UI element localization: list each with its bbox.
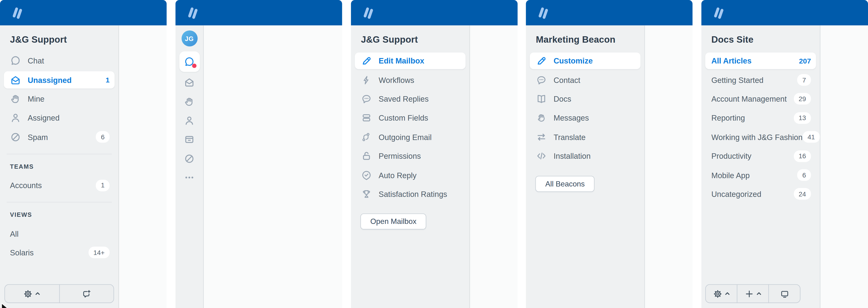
person-icon (10, 112, 21, 124)
sidebar-item-getting-started[interactable]: Getting Started 7 (701, 70, 820, 89)
app-header (0, 0, 167, 25)
sidebar-item-mine[interactable]: Mine (0, 90, 119, 108)
rail-item-more[interactable] (176, 168, 203, 187)
item-label: Account Management (711, 95, 787, 103)
sidebar-item-account-management[interactable]: Account Management 29 (701, 90, 820, 108)
chevron-up-icon (724, 291, 730, 297)
sidebar-item-custom-fields[interactable]: Custom Fields (351, 108, 470, 128)
section-divider (7, 154, 112, 154)
beacon-title: Marketing Beacon (536, 33, 634, 46)
new-conversation-icon (82, 289, 91, 299)
rail-item-spam[interactable] (176, 149, 203, 168)
sidebar-item-permissions[interactable]: Permissions (351, 146, 470, 165)
sidebar-item-docs[interactable]: Docs (526, 90, 644, 108)
gear-icon (713, 289, 722, 299)
chevron-up-icon (756, 291, 761, 297)
mailbox-title: J&G Support (361, 33, 459, 46)
sidebar-item-workflows[interactable]: Workflows (351, 70, 470, 89)
lightning-icon (361, 74, 372, 85)
item-label: Auto Reply (379, 171, 417, 179)
docs-settings-button[interactable] (706, 285, 737, 303)
avatar[interactable]: JG (181, 30, 197, 46)
sidebar-item-all[interactable]: All (0, 224, 119, 243)
sidebar-item-productivity[interactable]: Productivity 16 (701, 146, 820, 165)
sidebar-item-all-articles[interactable]: All Articles 207 (701, 52, 820, 70)
rail-item-mine[interactable] (176, 92, 203, 111)
content-area (820, 25, 868, 308)
lock-open-icon (361, 150, 372, 162)
open-mailbox-button[interactable]: Open Mailbox (361, 213, 426, 230)
item-label: Translate (554, 133, 586, 141)
hand-icon (10, 93, 21, 104)
brand-logo-icon[interactable] (9, 5, 23, 20)
view-site-button[interactable] (768, 285, 800, 303)
count-badge: 16 (794, 150, 811, 162)
sidebar-item-edit-mailbox[interactable]: Edit Mailbox (351, 52, 470, 70)
rail-item-unassigned[interactable] (176, 73, 203, 92)
rail-item-closed[interactable] (176, 130, 203, 149)
item-label: Uncategorized (711, 190, 761, 198)
item-label: Chat (28, 57, 44, 65)
app-header (176, 0, 342, 25)
item-label: Outgoing Email (379, 133, 432, 141)
rail-item-assigned[interactable] (176, 111, 203, 130)
sidebar-item-uncategorized[interactable]: Uncategorized 24 (701, 184, 820, 204)
settings-button[interactable] (5, 285, 59, 303)
sidebar-item-messages[interactable]: Messages (526, 108, 644, 128)
brand-logo-icon[interactable] (710, 5, 725, 20)
brand-logo-icon[interactable] (184, 5, 199, 20)
plus-icon (744, 289, 754, 299)
sidebar-item-contact[interactable]: Contact (526, 70, 644, 89)
sidebar-item-satisfaction-ratings[interactable]: Satisfaction Ratings (351, 184, 470, 204)
item-label: Contact (554, 76, 580, 84)
hand-icon (184, 96, 195, 107)
item-label: Accounts (10, 181, 42, 190)
rail-item-chat[interactable] (179, 52, 199, 72)
item-label: Getting Started (711, 76, 764, 84)
sidebar-item-mobile-app[interactable]: Mobile App 6 (701, 166, 820, 184)
translate-icon (536, 132, 547, 143)
sidebar-item-saved-replies[interactable]: Saved Replies (351, 90, 470, 108)
item-label: Unassigned (28, 76, 72, 84)
sidebar-item-auto-reply[interactable]: Auto Reply (351, 166, 470, 184)
sidebar-item-reporting[interactable]: Reporting 13 (701, 108, 820, 128)
item-label: Saved Replies (379, 95, 429, 103)
item-label: Messages (554, 113, 589, 122)
settings-sidebar: J&G Support Edit Mailbox Workflows Saved… (351, 25, 470, 308)
section-divider (7, 202, 112, 203)
speech-dots-icon (361, 93, 372, 104)
item-label: Productivity (711, 151, 751, 161)
folder-footer-bar (4, 284, 114, 303)
sidebar-item-assigned[interactable]: Assigned (0, 108, 119, 128)
count-badge: 41 (803, 131, 820, 143)
sidebar-item-customize[interactable]: Customize (526, 52, 644, 70)
all-beacons-button[interactable]: All Beacons (535, 176, 594, 192)
fields-icon (361, 112, 372, 124)
item-label: Custom Fields (379, 113, 428, 122)
item-label: Working with J&G Fashion (711, 133, 802, 141)
sidebar-item-outgoing-email[interactable]: Outgoing Email (351, 128, 470, 146)
sidebar-item-installation[interactable]: Installation (526, 146, 644, 165)
add-article-button[interactable] (737, 285, 768, 303)
item-label: Mine (28, 95, 44, 103)
item-label: Assigned (28, 113, 60, 122)
sidebar-item-solaris[interactable]: Solaris 14+ (0, 243, 119, 262)
content-area (119, 25, 167, 308)
sidebar-item-translate[interactable]: Translate (526, 128, 644, 146)
section-heading-teams: TEAMS (10, 163, 108, 170)
sidebar-item-spam[interactable]: Spam 6 (0, 128, 119, 146)
brand-logo-icon[interactable] (360, 5, 374, 20)
sidebar-item-unassigned[interactable]: Unassigned 1 (0, 70, 119, 89)
panel-docs-categories: Docs Site All Articles 207 Getting Start… (701, 0, 868, 308)
item-label: Satisfaction Ratings (379, 190, 447, 198)
item-label: Docs (554, 95, 571, 103)
count-badge: 29 (794, 93, 811, 105)
blocked-icon (10, 132, 21, 143)
sidebar-item-accounts[interactable]: Accounts 1 (0, 176, 119, 195)
new-conversation-button[interactable] (59, 285, 114, 303)
chat-icon (10, 56, 21, 67)
sidebar-item-chat[interactable]: Chat (0, 52, 119, 70)
brand-logo-icon[interactable] (535, 5, 549, 20)
sidebar-item-working-with-jg-fashion[interactable]: Working with J&G Fashion 41 (701, 128, 820, 146)
docs-site-title: Docs Site (711, 33, 810, 46)
